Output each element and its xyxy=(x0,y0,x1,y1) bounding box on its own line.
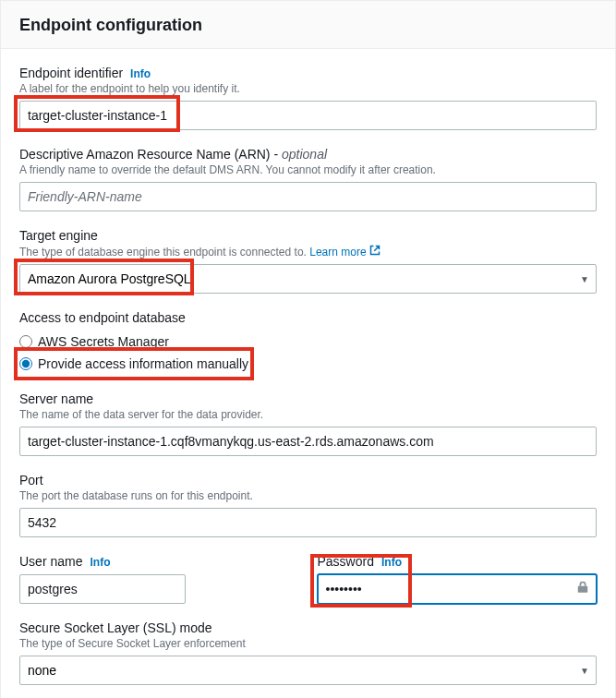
arn-desc: A friendly name to override the default … xyxy=(19,163,597,176)
server-name-input[interactable] xyxy=(19,427,597,456)
panel-body: Endpoint identifier Info A label for the… xyxy=(1,49,615,698)
target-engine-learn-more-link[interactable]: Learn more xyxy=(309,245,380,259)
panel-title: Endpoint configuration xyxy=(19,16,597,35)
target-engine-label: Target engine xyxy=(19,228,98,243)
access-secrets-label: AWS Secrets Manager xyxy=(38,334,169,349)
port-desc: The port the database runs on for this e… xyxy=(19,489,597,502)
endpoint-identifier-input[interactable] xyxy=(19,101,597,130)
access-label: Access to endpoint database xyxy=(19,310,186,325)
access-secrets-radio-row[interactable]: AWS Secrets Manager xyxy=(19,331,597,353)
user-name-input[interactable] xyxy=(19,574,186,604)
server-name-desc: The name of the data server for the data… xyxy=(19,408,597,421)
access-manual-radio[interactable] xyxy=(19,357,32,370)
port-label: Port xyxy=(19,473,43,487)
user-name-label: User name xyxy=(19,554,82,569)
ssl-mode-label: Secure Socket Layer (SSL) mode xyxy=(19,620,212,635)
target-engine-group: Target engine The type of database engin… xyxy=(19,228,597,294)
ssl-mode-group: Secure Socket Layer (SSL) mode The type … xyxy=(19,620,597,685)
ssl-mode-select[interactable]: none xyxy=(19,656,597,685)
endpoint-identifier-info-link[interactable]: Info xyxy=(130,67,151,80)
arn-group: Descriptive Amazon Resource Name (ARN) -… xyxy=(19,147,597,211)
endpoint-identifier-desc: A label for the endpoint to help you ide… xyxy=(19,82,597,95)
arn-label: Descriptive Amazon Resource Name (ARN) -… xyxy=(19,147,327,162)
server-name-group: Server name The name of the data server … xyxy=(19,391,597,456)
password-info-link[interactable]: Info xyxy=(381,556,402,569)
ssl-mode-desc: The type of Secure Socket Layer enforcem… xyxy=(19,637,597,650)
target-engine-select[interactable]: Amazon Aurora PostgreSQL xyxy=(19,264,597,294)
access-manual-label: Provide access information manually xyxy=(38,356,248,371)
endpoint-identifier-label: Endpoint identifier xyxy=(19,66,123,80)
access-group: Access to endpoint database AWS Secrets … xyxy=(19,310,597,375)
user-name-group: User name Info xyxy=(19,554,299,604)
password-group: Password Info xyxy=(318,554,598,604)
access-secrets-radio[interactable] xyxy=(19,335,32,348)
arn-input[interactable] xyxy=(19,182,597,211)
panel-header: Endpoint configuration xyxy=(1,1,615,49)
access-manual-radio-row[interactable]: Provide access information manually xyxy=(19,353,597,375)
server-name-label: Server name xyxy=(19,391,93,406)
user-name-info-link[interactable]: Info xyxy=(90,556,110,569)
port-group: Port The port the database runs on for t… xyxy=(19,473,597,537)
external-link-icon xyxy=(369,245,380,259)
password-label: Password xyxy=(318,554,374,569)
port-input[interactable] xyxy=(19,508,597,537)
password-input[interactable] xyxy=(318,574,598,604)
endpoint-config-panel: Endpoint configuration Endpoint identifi… xyxy=(0,0,616,698)
target-engine-desc: The type of database engine this endpoin… xyxy=(19,245,597,259)
endpoint-identifier-group: Endpoint identifier Info A label for the… xyxy=(19,66,597,130)
